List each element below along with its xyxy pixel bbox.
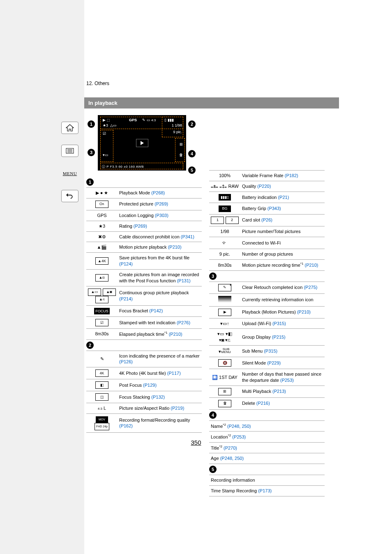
- page-link[interactable]: (P26): [261, 217, 272, 222]
- row-description: Delete (P216): [240, 397, 325, 409]
- callout-1: 1: [88, 120, 95, 128]
- group-1-table: ▶ ● ★Playback Mode (P268)OחProtected pic…: [86, 187, 202, 340]
- page-link[interactable]: (P229): [267, 360, 281, 365]
- callout-5: 5: [188, 166, 196, 174]
- content-columns: 1 ▶ ● ★Playback Mode (P268)OחProtected p…: [86, 177, 325, 496]
- row-icon: ★3: [86, 221, 118, 231]
- row-icon: ◧: [86, 379, 118, 391]
- table-row: ▲▭ ▲◙▲⎌Continuous group picture playback…: [86, 286, 202, 305]
- row-description: Currently retrieving information icon: [240, 293, 325, 306]
- group-5-table: Recording informationTime Stamp Recordin…: [209, 475, 325, 496]
- page-link[interactable]: (P131): [177, 278, 191, 283]
- page-link[interactable]: (P253): [280, 378, 294, 383]
- page-link[interactable]: (P210): [168, 245, 182, 249]
- page-link[interactable]: (P182): [285, 173, 298, 178]
- row-description: Picture size/Aspect Ratio (P219): [118, 403, 202, 414]
- page-link[interactable]: (P248, 250): [220, 456, 244, 461]
- page-link[interactable]: (P341): [181, 234, 194, 239]
- sidebar: MENU: [61, 122, 79, 202]
- page-number[interactable]: 350: [0, 439, 392, 446]
- page-link[interactable]: (P268): [151, 190, 165, 195]
- page-link[interactable]: (P270): [224, 446, 237, 450]
- table-row: ▲4KSave pictures from the 4K burst file …: [86, 253, 202, 270]
- table-row: BGBattery Grip (P343): [209, 203, 325, 215]
- page-link[interactable]: (P213): [272, 389, 286, 394]
- table-row: FOCUSFocus Bracket (P142): [86, 305, 202, 317]
- table-row: 100%Variable Frame Rate (P182): [209, 171, 325, 181]
- row-icon: ▶ ● ★: [86, 188, 118, 199]
- page-link[interactable]: (P276): [177, 320, 190, 325]
- row-description: Motion picture recording time*1 (P210): [240, 260, 325, 271]
- row-description: Group Display (P215): [240, 329, 325, 346]
- row-description: Stamped with text indication (P276): [118, 317, 202, 329]
- page-link[interactable]: (P215): [272, 335, 286, 339]
- table-row: OחProtected picture (P269): [86, 198, 202, 210]
- row-icon: ▾▭ ▾◧▾◙ ▾⎌: [209, 329, 240, 346]
- page-link[interactable]: (P275): [304, 285, 317, 290]
- row-description: Sub Menu (P315): [240, 346, 325, 357]
- row-icon: 9 pic.: [209, 249, 240, 260]
- table-row: ☑Stamped with text indication (P276): [86, 317, 202, 329]
- page-link[interactable]: (P21): [278, 195, 289, 200]
- row-description: Battery Grip (P343): [240, 203, 325, 215]
- row-icon: BG: [209, 203, 240, 215]
- page-link[interactable]: (P269): [154, 201, 168, 206]
- row-description: Name*2 (P248, 250): [209, 420, 325, 432]
- page-link[interactable]: (P117): [167, 371, 181, 376]
- page-link[interactable]: (P142): [149, 308, 163, 313]
- row-icon: 4:3 L: [86, 403, 118, 414]
- playback-diagram: ▶ ⬚ GPS ✎ ▭ 4:3 ▯ ▮▮▮ ★3 △▭ 1 1/98 9 pic…: [98, 115, 186, 171]
- page-link[interactable]: (P219): [171, 406, 184, 411]
- page-link[interactable]: (P129): [143, 383, 157, 388]
- row-description: Recording information: [209, 475, 325, 486]
- row-icon: ▮▮▮▯: [209, 192, 240, 203]
- row-description: Post Focus (P129): [118, 379, 202, 391]
- page-link[interactable]: (P216): [256, 401, 270, 406]
- table-row: ▶Playback (Motion Pictures) (P210): [209, 306, 325, 318]
- row-icon: 1 2: [209, 214, 240, 226]
- table-row: Age (P248, 250): [209, 453, 325, 464]
- toc-icon[interactable]: [61, 145, 78, 157]
- table-row: Time Stamp Recording (P173): [209, 486, 325, 496]
- row-icon: ▶: [209, 306, 240, 318]
- row-description: 4K Photo (4K burst file) (P117): [118, 367, 202, 379]
- page-link[interactable]: (P210): [297, 309, 311, 314]
- page-link[interactable]: (P124): [119, 261, 133, 266]
- table-row: 🔇Silent Mode (P229): [209, 357, 325, 369]
- menu-button[interactable]: MENU: [62, 168, 78, 179]
- page-link[interactable]: (P269): [134, 224, 147, 229]
- callout-2: 2: [188, 120, 196, 128]
- page-link[interactable]: (P210): [304, 263, 318, 268]
- left-column: 1 ▶ ● ★Playback Mode (P268)OחProtected p…: [86, 177, 202, 496]
- page-link[interactable]: (P315): [264, 349, 277, 353]
- row-icon: GPS: [86, 210, 118, 221]
- page-link[interactable]: (P343): [267, 206, 281, 211]
- page-link[interactable]: (P214): [119, 296, 133, 301]
- table-row: 🗑Delete (P216): [209, 397, 325, 409]
- table-row: ▲🎬Motion picture playback (P210): [86, 242, 202, 253]
- row-icon: ✎✦: [209, 282, 240, 293]
- page-link[interactable]: (P126): [119, 359, 133, 364]
- row-description: Age (P248, 250): [209, 453, 325, 464]
- page-link[interactable]: (P173): [258, 488, 272, 493]
- table-row: ◧Post Focus (P129): [86, 379, 202, 391]
- page-link[interactable]: (P220): [257, 184, 271, 189]
- page-link[interactable]: (P248, 250): [227, 424, 251, 429]
- table-row: ▾▭ ▾◧▾◙ ▾⎌Group Display (P215): [209, 329, 325, 346]
- row-description: Protected picture (P269): [118, 198, 202, 210]
- home-icon[interactable]: [61, 122, 78, 134]
- page-link[interactable]: (P210): [169, 332, 182, 337]
- table-row: Currently retrieving information icon: [209, 293, 325, 306]
- back-icon[interactable]: [61, 190, 78, 202]
- page-link[interactable]: (P162): [119, 423, 133, 428]
- row-description: Elapsed playback time*1 (P210): [118, 329, 202, 340]
- row-icon: ₌±₌ ₌‡₌ RAW: [209, 181, 240, 192]
- row-description: Cable disconnect prohibit icon (P341): [118, 231, 202, 242]
- page-link[interactable]: (P132): [151, 395, 165, 399]
- table-row: 8m30sElapsed playback time*1 (P210): [86, 329, 202, 340]
- table-row: Recording information: [209, 475, 325, 486]
- page-link[interactable]: (P315): [272, 321, 286, 326]
- page-link[interactable]: (P303): [155, 213, 168, 218]
- row-description: Variable Frame Rate (P182): [240, 171, 325, 181]
- row-description: Multi Playback (P213): [240, 385, 325, 397]
